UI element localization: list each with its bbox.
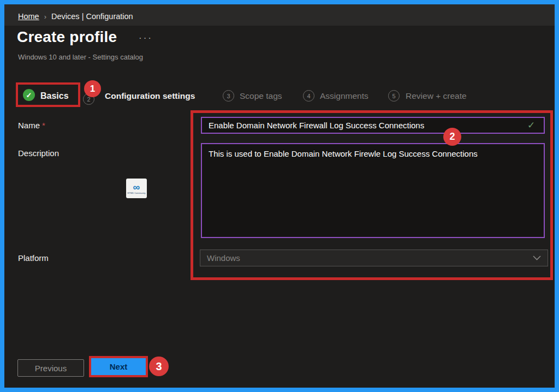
name-valid-check-icon: ✓	[527, 120, 535, 131]
annotation-rect-next: Next	[89, 356, 148, 377]
annotation-badge-1: 1	[84, 80, 101, 97]
page-subtitle: Windows 10 and later - Settings catalog	[18, 53, 143, 61]
breadcrumb: Home › Devices | Configuration	[18, 12, 133, 21]
breadcrumb-current[interactable]: Devices | Configuration	[51, 12, 133, 21]
tab-assignments[interactable]: Assignments	[320, 91, 368, 101]
required-asterisk: *	[42, 121, 45, 130]
platform-select[interactable]: Windows	[200, 250, 548, 266]
description-label: Description	[18, 149, 59, 158]
create-profile-page: Home › Devices | Configuration Create pr…	[0, 0, 559, 392]
infinity-logo-icon: ∞	[133, 183, 140, 192]
tab-basics[interactable]: Basics	[40, 91, 69, 101]
previous-button[interactable]: Previous	[17, 359, 84, 377]
annotation-badge-2: 2	[443, 128, 461, 146]
basics-complete-check-icon: ✓	[23, 89, 35, 101]
more-actions-icon[interactable]: ···	[139, 33, 153, 44]
breadcrumb-separator-icon: ›	[44, 13, 46, 21]
logo-caption: HTMD Community	[128, 192, 146, 194]
name-label: Name*	[18, 121, 45, 130]
tab-review-create[interactable]: Review + create	[406, 91, 467, 101]
platform-selected-value: Windows	[207, 253, 240, 263]
chevron-down-icon	[533, 256, 541, 260]
platform-label: Platform	[18, 253, 49, 263]
tab-scope-tags[interactable]: Scope tags	[240, 91, 282, 101]
step-5-circle: 5	[388, 90, 400, 102]
annotation-badge-3: 3	[149, 357, 169, 376]
profile-description-textarea[interactable]: This is used to Enable Domain Network Fi…	[201, 143, 545, 238]
next-button[interactable]: Next	[91, 358, 146, 375]
tab-configuration-settings[interactable]: Configuration settings	[105, 91, 195, 101]
step-4-circle: 4	[303, 90, 314, 102]
breadcrumb-home-link[interactable]: Home	[18, 12, 39, 21]
htmd-community-logo: ∞ HTMD Community	[126, 179, 147, 198]
page-title: Create profile	[17, 28, 117, 46]
profile-name-input[interactable]	[201, 117, 545, 134]
step-3-circle: 3	[223, 90, 234, 102]
